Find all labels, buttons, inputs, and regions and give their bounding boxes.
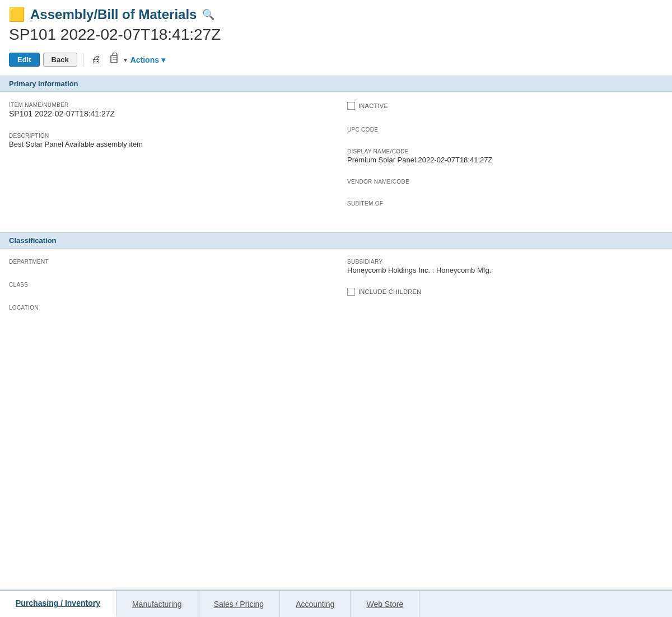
- primary-info-body: ITEM NAME/NUMBER SP101 2022-02-07T18:41:…: [0, 92, 672, 228]
- vendor-name-field: VENDOR NAME/CODE: [347, 175, 663, 189]
- record-id: SP101 2022-02-07T18:41:27Z: [0, 25, 672, 48]
- primary-info-left: ITEM NAME/NUMBER SP101 2022-02-07T18:41:…: [9, 99, 336, 211]
- tab-web-store[interactable]: Web Store: [351, 591, 419, 617]
- tab-bar: Purchasing / Inventory Manufacturing Sal…: [0, 590, 672, 617]
- include-children-field: INCLUDE CHILDREN: [347, 284, 663, 301]
- department-field: DEPARTMENT: [9, 255, 336, 269]
- print-icon[interactable]: 🖨: [89, 53, 104, 67]
- primary-info-section-header: Primary Information: [0, 76, 672, 92]
- inactive-checkbox[interactable]: [347, 102, 355, 110]
- edit-button[interactable]: Edit: [9, 53, 40, 67]
- app-icon: 🟨: [9, 7, 25, 22]
- back-button[interactable]: Back: [43, 53, 77, 67]
- tab-purchasing-inventory[interactable]: Purchasing / Inventory: [0, 591, 116, 617]
- toolbar-divider: [83, 53, 83, 67]
- class-field: CLASS: [9, 278, 336, 292]
- actions-button[interactable]: Actions ▾: [130, 55, 165, 64]
- upc-code-field: UPC CODE: [347, 123, 663, 137]
- tab-manufacturing[interactable]: Manufacturing: [116, 591, 198, 617]
- classification-body: DEPARTMENT CLASS LOCATION SUBSIDIARY Hon…: [0, 249, 672, 322]
- inactive-field: INACTIVE: [347, 99, 663, 115]
- search-icon[interactable]: 🔍: [202, 8, 214, 21]
- subitem-of-field: SUBITEM OF: [347, 197, 663, 211]
- page-header: 🟨 Assembly/Bill of Materials 🔍: [0, 0, 672, 25]
- classification-right: SUBSIDIARY Honeycomb Holdings Inc. : Hon…: [336, 255, 663, 315]
- attach-icon[interactable]: [107, 52, 123, 68]
- toolbar: Edit Back 🖨 ▾ Actions ▾: [0, 48, 672, 71]
- classification-left: DEPARTMENT CLASS LOCATION: [9, 255, 336, 315]
- include-children-checkbox[interactable]: [347, 288, 355, 296]
- page-title: Assembly/Bill of Materials: [30, 7, 197, 22]
- display-name-field: DISPLAY NAME/CODE Premium Solar Panel 20…: [347, 145, 663, 167]
- subsidiary-field: SUBSIDIARY Honeycomb Holdings Inc. : Hon…: [347, 255, 663, 278]
- location-field: LOCATION: [9, 301, 336, 315]
- item-name-field: ITEM NAME/NUMBER SP101 2022-02-07T18:41:…: [9, 99, 336, 121]
- attach-dropdown-icon[interactable]: ▾: [124, 56, 127, 64]
- classification-section-header: Classification: [0, 232, 672, 249]
- description-field: DESCRIPTION Best Solar Panel Available a…: [9, 129, 336, 152]
- tab-sales-pricing[interactable]: Sales / Pricing: [198, 591, 280, 617]
- primary-info-right: INACTIVE UPC CODE DISPLAY NAME/CODE Prem…: [336, 99, 663, 211]
- tab-accounting[interactable]: Accounting: [280, 591, 351, 617]
